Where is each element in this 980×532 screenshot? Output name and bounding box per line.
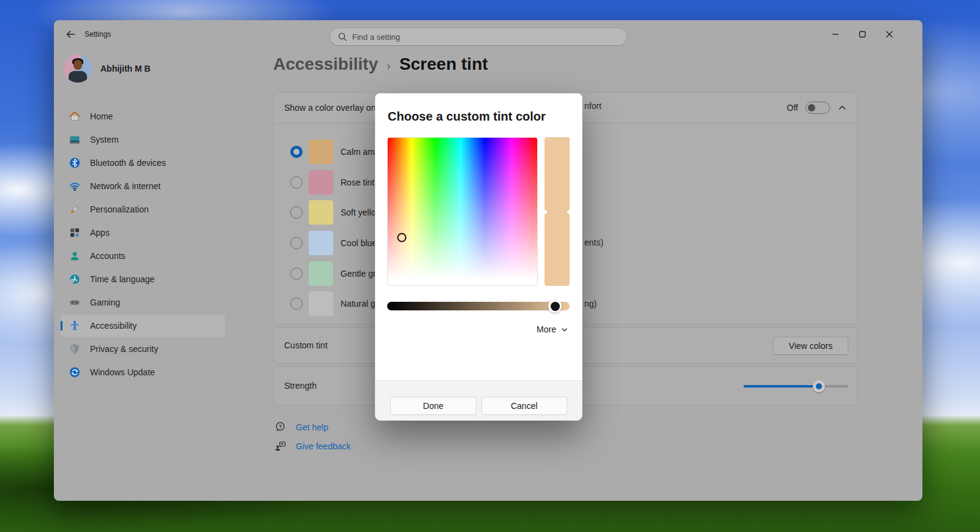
bluetooth-icon: [69, 157, 81, 169]
accessibility-icon: [69, 320, 81, 332]
color-overlay-label: Show a color overlay on: [284, 103, 375, 113]
page-title: Screen tint: [399, 54, 488, 74]
radio-selected[interactable]: [290, 146, 303, 158]
accounts-icon: [69, 250, 81, 262]
tint-swatch: [309, 170, 333, 195]
breadcrumb-parent[interactable]: Accessibility: [273, 54, 378, 74]
maximize-button[interactable]: [849, 20, 876, 48]
time-language-icon: [69, 273, 81, 285]
give-feedback-link[interactable]: Give feedback: [274, 440, 351, 452]
sidebar-nav: Home System Bluetooth & devices: [61, 105, 225, 383]
tint-swatch: [309, 291, 333, 316]
shade-gradient-slider[interactable]: [387, 302, 570, 310]
tint-swatch: [309, 261, 333, 286]
cancel-button[interactable]: Cancel: [481, 397, 568, 415]
chevron-down-icon: [560, 326, 568, 334]
toggle-knob: [808, 104, 815, 111]
sidebar-item-bluetooth[interactable]: Bluetooth & devices: [61, 152, 225, 174]
sidebar-item-network[interactable]: Network & internet: [61, 175, 225, 197]
sidebar-item-gaming[interactable]: Gaming: [61, 291, 225, 313]
view-colors-button[interactable]: View colors: [773, 337, 848, 355]
system-icon: [69, 133, 81, 146]
shade-slider-thumb[interactable]: [548, 299, 562, 313]
close-icon: [883, 28, 895, 40]
user-name: Abhijith M B: [100, 64, 151, 73]
user-profile[interactable]: Abhijith M B: [64, 54, 151, 83]
maximize-icon: [856, 28, 869, 40]
back-arrow-icon: [65, 29, 76, 40]
strength-slider[interactable]: [744, 385, 848, 388]
tint-swatch: [309, 140, 333, 164]
get-help-link[interactable]: ? Get help: [274, 421, 328, 433]
slider-thumb[interactable]: [813, 380, 825, 392]
dialog-footer: Done Cancel: [375, 380, 582, 421]
sidebar-item-windows-update[interactable]: Windows Update: [61, 361, 225, 383]
close-button[interactable]: [876, 20, 903, 48]
slider-fill: [744, 385, 819, 388]
home-icon: [69, 110, 81, 122]
option-label-fragment: ents): [584, 238, 603, 247]
desktop-wallpaper: Settings Find a setting: [0, 0, 980, 532]
strength-label: Strength: [284, 381, 317, 391]
custom-tint-label: Custom tint: [284, 340, 328, 350]
more-dropdown-button[interactable]: More: [537, 323, 568, 335]
give-feedback-icon: [274, 440, 286, 452]
toggle-state-label: Off: [787, 103, 798, 113]
svg-text:?: ?: [279, 424, 282, 430]
personalization-icon: [69, 203, 81, 215]
radio[interactable]: [290, 268, 303, 280]
breadcrumb: Accessibility › Screen tint: [273, 54, 488, 74]
color-spectrum-field[interactable]: [387, 137, 538, 286]
radio[interactable]: [290, 237, 303, 249]
sidebar-item-apps[interactable]: Apps: [61, 222, 225, 244]
settings-window: Settings Find a setting: [54, 20, 922, 501]
dialog-title: Choose a custom tint color: [388, 110, 546, 124]
radio[interactable]: [290, 206, 303, 219]
color-overlay-label-fragment: nfort: [584, 101, 601, 111]
gaming-icon: [69, 296, 81, 309]
titlebar: Settings Find a setting: [54, 20, 922, 48]
done-button[interactable]: Done: [390, 397, 477, 415]
option-label-fragment: ng): [584, 299, 597, 309]
color-cursor[interactable]: [397, 233, 406, 242]
search-icon: [337, 32, 347, 42]
sidebar-item-personalization[interactable]: Personalization: [61, 198, 225, 220]
sidebar-item-time-language[interactable]: Time & language: [61, 268, 225, 290]
sidebar-item-accounts[interactable]: Accounts: [61, 245, 225, 267]
value-slider[interactable]: [545, 137, 570, 286]
color-overlay-toggle[interactable]: [805, 102, 830, 114]
sidebar-item-privacy-security[interactable]: Privacy & security: [61, 338, 225, 360]
apps-icon: [69, 227, 81, 239]
chevron-up-icon[interactable]: [837, 103, 847, 113]
search-input[interactable]: Find a setting: [330, 28, 627, 46]
sidebar-item-home[interactable]: Home: [61, 105, 225, 127]
windows-update-icon: [69, 366, 81, 378]
back-button[interactable]: [61, 26, 80, 43]
privacy-shield-icon: [69, 343, 81, 355]
radio[interactable]: [290, 298, 303, 310]
minimize-icon: [829, 28, 842, 40]
tint-swatch: [309, 200, 333, 225]
app-title: Settings: [85, 30, 111, 39]
network-icon: [69, 180, 81, 192]
breadcrumb-separator-icon: ›: [386, 56, 391, 73]
sidebar-item-accessibility[interactable]: Accessibility: [61, 315, 225, 337]
radio[interactable]: [290, 176, 303, 189]
window-controls: [822, 20, 903, 48]
get-help-icon: ?: [274, 421, 286, 433]
avatar: [64, 54, 92, 83]
search-placeholder: Find a setting: [352, 32, 400, 42]
custom-tint-color-dialog: Choose a custom tint color More Done Can…: [375, 93, 582, 420]
tint-swatch: [309, 231, 333, 255]
sidebar-item-system[interactable]: System: [61, 129, 225, 151]
minimize-button[interactable]: [822, 20, 849, 48]
